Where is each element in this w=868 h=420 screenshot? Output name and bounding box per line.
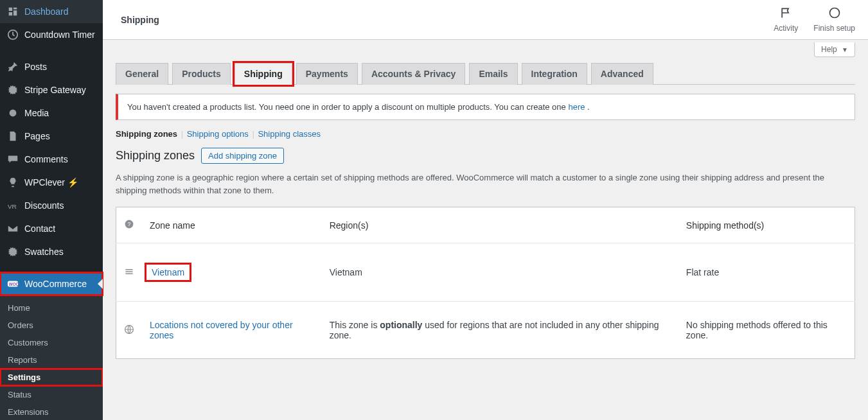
pin-icon bbox=[6, 60, 19, 73]
tab-advanced[interactable]: Advanced bbox=[591, 63, 653, 85]
sidebar-item-label: Posts bbox=[24, 62, 47, 72]
help-label: Help bbox=[821, 45, 837, 54]
sidebar-item-label: Comments bbox=[24, 154, 68, 164]
activity-button[interactable]: Activity bbox=[774, 6, 798, 33]
tab-emails[interactable]: Emails bbox=[469, 63, 517, 85]
topbar: Shipping Activity Finish setup bbox=[103, 0, 868, 40]
sidebar-item-label: Countdown Timer bbox=[24, 30, 95, 40]
media-icon bbox=[6, 107, 19, 119]
zone-region: Vietnam bbox=[322, 243, 678, 302]
gear-icon bbox=[6, 245, 19, 258]
submenu-customers[interactable]: Customers bbox=[0, 334, 103, 351]
discount-icon: VR bbox=[6, 199, 19, 212]
settings-tabs: General Products Shipping Payments Accou… bbox=[116, 62, 855, 85]
submenu-settings[interactable]: Settings bbox=[0, 369, 103, 386]
mail-icon bbox=[6, 222, 19, 235]
warning-notice: You haven't created a products list. You… bbox=[116, 94, 855, 120]
pages-icon bbox=[6, 130, 19, 143]
action-label: Activity bbox=[774, 24, 798, 33]
sidebar-item-woocommerce[interactable]: WOO WooCommerce bbox=[0, 272, 103, 295]
woocommerce-submenu: Home Orders Customers Reports Settings S… bbox=[0, 295, 103, 420]
drag-handle[interactable] bbox=[116, 243, 143, 302]
add-zone-button[interactable]: Add shipping zone bbox=[201, 148, 284, 164]
col-zone-name: Zone name bbox=[142, 207, 322, 243]
gear-icon bbox=[6, 83, 19, 96]
sidebar-item-wpclever[interactable]: WPClever ⚡ bbox=[0, 171, 103, 194]
sidebar-item-label: Swatches bbox=[24, 247, 64, 257]
main-content: Shipping Activity Finish setup Help ▼ Ge… bbox=[103, 0, 868, 420]
section-heading: Shipping zones bbox=[116, 149, 195, 162]
sidebar-item-stripe[interactable]: Stripe Gateway bbox=[0, 78, 103, 101]
zone-link[interactable]: Vietnam bbox=[152, 267, 184, 277]
woo-icon: WOO bbox=[6, 277, 19, 290]
drag-icon bbox=[124, 267, 134, 277]
sidebar-item-pages[interactable]: Pages bbox=[0, 125, 103, 148]
admin-sidebar: Dashboard Countdown Timer Posts Stripe G… bbox=[0, 0, 103, 420]
svg-text:WOO: WOO bbox=[9, 282, 19, 286]
submenu-home[interactable]: Home bbox=[0, 299, 103, 317]
svg-point-1 bbox=[10, 110, 17, 117]
sidebar-item-posts[interactable]: Posts bbox=[0, 55, 103, 78]
sidebar-item-countdown[interactable]: Countdown Timer bbox=[0, 23, 103, 46]
question-icon: ? bbox=[124, 219, 134, 229]
submenu-extensions[interactable]: Extensions bbox=[0, 403, 103, 420]
sidebar-item-contact[interactable]: Contact bbox=[0, 217, 103, 240]
default-zone-method: No shipping methods offered to this zone… bbox=[678, 302, 855, 359]
tab-shipping[interactable]: Shipping bbox=[235, 63, 292, 85]
sidebar-item-media[interactable]: Media bbox=[0, 101, 103, 125]
tab-general[interactable]: General bbox=[116, 63, 168, 85]
action-label: Finish setup bbox=[813, 24, 855, 33]
dashboard-icon bbox=[6, 5, 19, 18]
flag-icon bbox=[774, 6, 798, 21]
zone-method: Flat rate bbox=[678, 243, 855, 302]
clock-icon bbox=[6, 28, 19, 41]
submenu-status[interactable]: Status bbox=[0, 386, 103, 403]
chevron-down-icon: ▼ bbox=[842, 46, 848, 53]
tab-integration[interactable]: Integration bbox=[522, 63, 587, 85]
svg-text:?: ? bbox=[128, 221, 131, 227]
tab-products[interactable]: Products bbox=[172, 63, 231, 85]
notice-link[interactable]: here bbox=[568, 102, 585, 112]
col-method: Shipping method(s) bbox=[678, 207, 855, 243]
finish-setup-button[interactable]: Finish setup bbox=[813, 6, 855, 33]
default-zone-link[interactable]: Locations not covered by your other zone… bbox=[150, 320, 293, 340]
subnav-zones[interactable]: Shipping zones bbox=[116, 129, 177, 139]
sidebar-item-label: Pages bbox=[24, 131, 50, 141]
globe-icon bbox=[124, 324, 134, 335]
subnav-options[interactable]: Shipping options bbox=[187, 129, 249, 139]
sidebar-item-label: Stripe Gateway bbox=[24, 85, 86, 95]
help-column: ? bbox=[116, 207, 143, 243]
sidebar-item-label: Media bbox=[24, 108, 49, 118]
svg-text:VR: VR bbox=[8, 203, 17, 210]
table-row: Vietnam Vietnam Flat rate bbox=[116, 243, 855, 302]
sidebar-item-label: Dashboard bbox=[24, 6, 69, 17]
submenu-reports[interactable]: Reports bbox=[0, 351, 103, 369]
notice-text-after: . bbox=[585, 102, 589, 112]
svg-point-5 bbox=[829, 8, 839, 18]
sidebar-item-label: WPClever ⚡ bbox=[24, 177, 78, 188]
sidebar-item-comments[interactable]: Comments bbox=[0, 148, 103, 171]
sidebar-item-swatches[interactable]: Swatches bbox=[0, 240, 103, 263]
globe-cell bbox=[116, 302, 143, 359]
bulb-icon bbox=[6, 176, 19, 189]
circle-icon bbox=[813, 6, 855, 21]
shipping-subnav: Shipping zones | Shipping options | Ship… bbox=[116, 129, 855, 139]
sidebar-item-label: Discounts bbox=[24, 200, 64, 211]
col-region: Region(s) bbox=[322, 207, 678, 243]
sidebar-item-dashboard[interactable]: Dashboard bbox=[0, 0, 103, 23]
comment-icon bbox=[6, 153, 19, 166]
tab-payments[interactable]: Payments bbox=[296, 63, 358, 85]
submenu-orders[interactable]: Orders bbox=[0, 317, 103, 334]
sidebar-item-discounts[interactable]: VR Discounts bbox=[0, 194, 103, 217]
table-footer-row: Locations not covered by your other zone… bbox=[116, 302, 855, 359]
page-title: Shipping bbox=[116, 15, 159, 25]
default-zone-region: This zone is optionally used for regions… bbox=[322, 302, 678, 359]
sidebar-item-label: WooCommerce bbox=[24, 279, 87, 289]
section-description: A shipping zone is a geographic region w… bbox=[116, 171, 855, 197]
tab-accounts-privacy[interactable]: Accounts & Privacy bbox=[362, 63, 466, 85]
help-toggle[interactable]: Help ▼ bbox=[814, 42, 855, 57]
shipping-zones-table: ? Zone name Region(s) Shipping method(s)… bbox=[116, 207, 855, 359]
notice-text: You haven't created a products list. You… bbox=[127, 102, 568, 112]
subnav-classes[interactable]: Shipping classes bbox=[258, 129, 321, 139]
sidebar-item-label: Contact bbox=[24, 223, 55, 234]
